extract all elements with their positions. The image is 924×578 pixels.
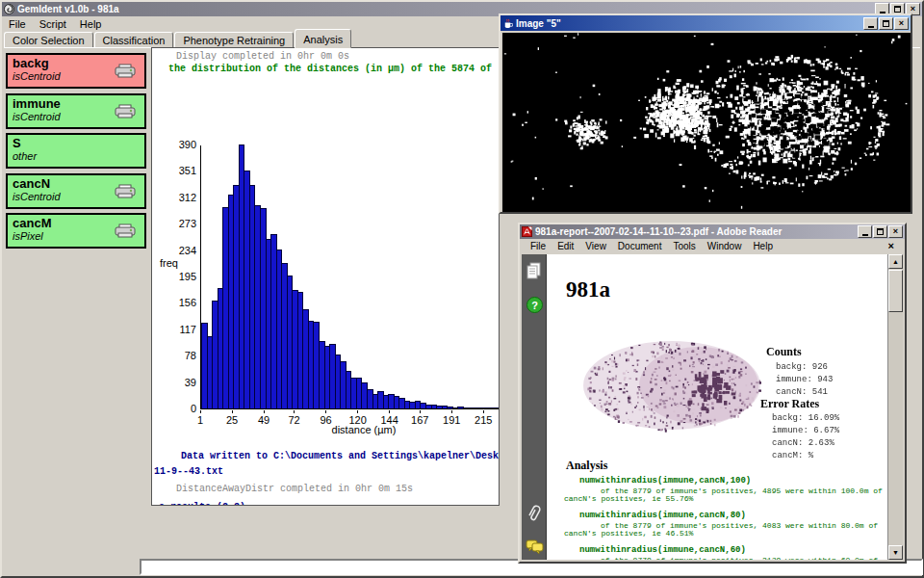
maximize-icon[interactable]: [873, 225, 887, 238]
y-tick-label: 234: [154, 245, 196, 256]
main-window-title: GemIdent v1.0b - 981a: [17, 4, 119, 14]
y-tick-label: 312: [154, 192, 196, 203]
y-tick-label: 156: [154, 297, 196, 308]
close-icon[interactable]: ×: [894, 17, 909, 30]
histogram-bar: [495, 407, 500, 408]
chart-header: the distribution of the distances (in µm…: [168, 64, 492, 74]
analysis-list: numwithinradius(immune,cancN,100)of the …: [547, 476, 887, 560]
maximize-icon[interactable]: [879, 17, 893, 30]
phenotype-item-S[interactable]: Sother: [6, 133, 146, 169]
analysis-function: numwithinradius(immune,cancN,60): [579, 545, 887, 555]
error-rate-row: cancM: %: [772, 450, 839, 462]
reader-body: ? 981a: [522, 254, 903, 560]
analysis-output-panel: Display completed in 0hr 0m 0s the distr…: [151, 47, 500, 506]
app-icon: [4, 4, 14, 14]
histology-image: [576, 329, 768, 437]
log-line-clipped: s results (2.3): [159, 502, 245, 506]
pdf-icon: [522, 226, 532, 237]
binary-image[interactable]: [502, 33, 911, 212]
analysis-function: numwithinradius(immune,cancN,80): [579, 511, 887, 520]
count-row: backg: 926: [776, 361, 833, 374]
error-rate-row: immune: 6.67%: [772, 425, 839, 437]
scroll-down-icon[interactable]: ▼: [888, 545, 903, 560]
error-rates-list: backg: 16.09%immune: 6.67%cancN: 2.63%ca…: [772, 412, 839, 462]
paperclip-icon[interactable]: [526, 503, 543, 520]
y-tick-label: 273: [154, 218, 196, 229]
help-icon[interactable]: ?: [526, 297, 543, 314]
tab-analysis[interactable]: Analysis: [295, 29, 351, 48]
error-rates-title: Error Rates: [760, 397, 819, 411]
x-tick-label: 25: [215, 410, 249, 426]
phenotype-name: S: [13, 136, 140, 150]
minimize-icon[interactable]: [863, 17, 878, 30]
scrollbar-thumb[interactable]: [888, 270, 903, 312]
menu-file[interactable]: File: [2, 17, 33, 31]
desktop: GemIdent v1.0b - 981a × FileScriptHelp C…: [0, 0, 924, 578]
analysis-result-line: of the 8779 of immune's positives, 3129 …: [601, 557, 887, 560]
tab-bar: Color SelectionClassificationPhenotype R…: [4, 31, 352, 48]
phenotype-item-cancN[interactable]: cancNisCentroid: [6, 173, 146, 209]
phenotype-item-immune[interactable]: immuneisCentroid: [6, 93, 146, 129]
error-rate-row: backg: 16.09%: [772, 412, 839, 425]
reader-titlebar[interactable]: 981a-report--2007-02-14--11-10--23.pdf -…: [520, 224, 905, 239]
comments-icon[interactable]: [526, 539, 543, 557]
adobe-reader-window: 981a-report--2007-02-14--11-10--23.pdf -…: [518, 223, 907, 564]
log-line-filename: 11-9--43.txt: [154, 466, 223, 477]
y-tick-label: 351: [154, 165, 196, 176]
close-document-icon[interactable]: ×: [883, 240, 900, 251]
printer-icon: [114, 184, 137, 199]
phenotype-item-backg[interactable]: backgisCentroid: [6, 53, 146, 89]
reader-menu-help[interactable]: Help: [747, 241, 779, 251]
reader-window-title: 981a-report--2007-02-14--11-10--23.pdf -…: [535, 226, 782, 237]
error-rate-row: cancN: 2.63%: [772, 437, 839, 450]
y-tick-label: 195: [154, 271, 196, 282]
scroll-up-icon[interactable]: ▲: [888, 254, 903, 269]
reader-menu-file[interactable]: File: [525, 241, 552, 251]
counts-list: backg: 926immune: 943cancN: 541: [776, 361, 833, 399]
log-line-completed: DistanceAwayDistr completed in 0hr 0m 15…: [176, 484, 413, 494]
minimize-icon[interactable]: [858, 225, 872, 238]
phenotype-kind: other: [13, 150, 140, 163]
reader-menu-document[interactable]: Document: [612, 241, 668, 251]
x-axis-label: distance (µm): [287, 424, 441, 435]
x-tick-label: 1: [183, 410, 218, 426]
reader-menubar: FileEditViewDocumentToolsWindowHelp×: [520, 239, 905, 252]
analysis-result-line: cancN's positives, ie 55.76%: [564, 495, 887, 503]
reader-menu-window[interactable]: Window: [702, 241, 748, 251]
tab-phenotype-retraining[interactable]: Phenotype Retraining: [174, 32, 294, 48]
y-tick-label: 390: [154, 139, 196, 150]
count-row: immune: 943: [776, 374, 833, 386]
x-tick-label: 215: [466, 410, 500, 426]
image-view[interactable]: [502, 33, 909, 210]
tab-classification[interactable]: Classification: [94, 32, 174, 48]
printer-icon: [114, 104, 137, 119]
y-tick-label: 117: [154, 324, 196, 335]
printer-icon: [114, 223, 137, 239]
reader-menu-edit[interactable]: Edit: [552, 241, 579, 251]
pdf-scrollbar[interactable]: ▲ ▼: [887, 254, 903, 560]
printer-icon: [114, 64, 137, 79]
menu-help[interactable]: Help: [73, 17, 109, 31]
menu-script[interactable]: Script: [33, 17, 73, 31]
y-axis-label: freq: [160, 257, 178, 269]
log-line-display-completed: Display completed in 0hr 0m 0s: [176, 51, 349, 62]
analysis-result-line: cancN's positives, ie 46.51%: [564, 530, 887, 538]
reader-menu-tools[interactable]: Tools: [667, 241, 701, 251]
pages-icon[interactable]: [526, 262, 543, 279]
reader-tool-strip: ?: [522, 254, 547, 560]
tab-color-selection[interactable]: Color Selection: [4, 32, 93, 48]
analysis-block: numwithinradius(immune,cancN,80)of the 8…: [547, 511, 887, 538]
image-titlebar[interactable]: Image "5" ×: [500, 15, 911, 31]
phenotype-item-cancM[interactable]: cancMisPixel: [6, 213, 146, 249]
pdf-page: 981a Counts backg: 926immune: 943cancN: …: [547, 254, 887, 560]
counts-title: Counts: [766, 345, 802, 359]
image-window-title: Image "5": [516, 18, 561, 29]
analysis-title: Analysis: [566, 459, 607, 473]
analysis-block: numwithinradius(immune,cancN,60)of the 8…: [547, 545, 887, 560]
reader-menu-view[interactable]: View: [579, 241, 612, 251]
y-tick-label: 78: [154, 350, 196, 361]
log-line-data-written: Data written to C:\Documents and Setting…: [181, 451, 500, 461]
close-icon[interactable]: ×: [888, 225, 903, 238]
image-window: Image "5" ×: [499, 13, 912, 214]
analysis-function: numwithinradius(immune,cancN,100): [579, 476, 887, 486]
